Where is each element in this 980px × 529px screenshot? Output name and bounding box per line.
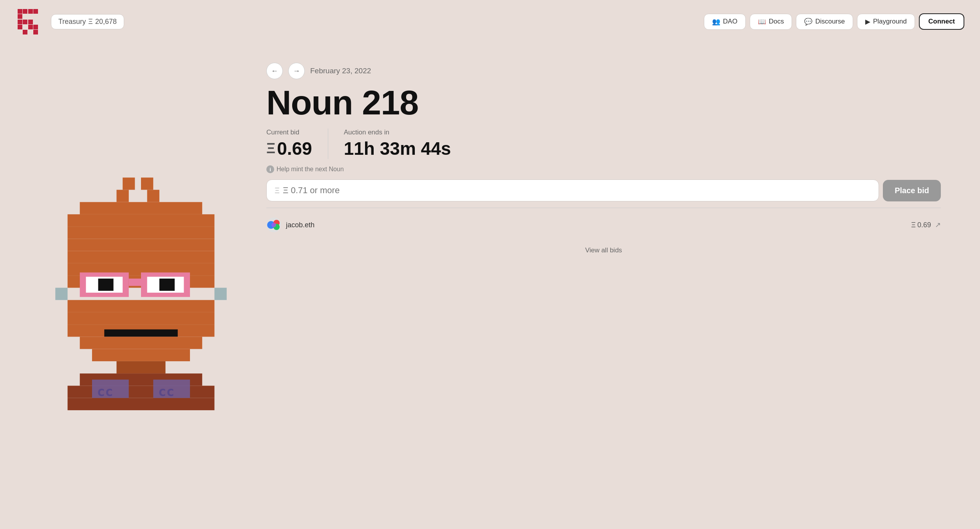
- svg-rect-1: [23, 9, 27, 14]
- treasury-value: 20,678: [95, 18, 117, 26]
- docs-nav-button[interactable]: 📖 Docs: [750, 14, 792, 30]
- left-arrow-icon: ←: [271, 67, 278, 75]
- prev-noun-button[interactable]: ←: [266, 63, 283, 79]
- svg-rect-7: [28, 20, 33, 24]
- people-icon: 👥: [712, 18, 720, 26]
- auction-area: ← → February 23, 2022 Noun 218 Current b…: [251, 55, 956, 262]
- svg-rect-12: [33, 30, 38, 34]
- svg-rect-11: [23, 30, 27, 34]
- svg-rect-13: [123, 178, 135, 190]
- discourse-nav-button[interactable]: 💬 Discourse: [796, 14, 853, 30]
- bid-history: jacob.eth Ξ 0.69 ↗: [266, 208, 941, 236]
- place-bid-button[interactable]: Place bid: [883, 180, 941, 201]
- svg-rect-10: [33, 25, 38, 29]
- view-all-bids-link[interactable]: View all bids: [266, 246, 941, 254]
- svg-rect-29: [159, 279, 175, 291]
- book-icon: 📖: [758, 18, 766, 26]
- svg-rect-8: [18, 25, 22, 29]
- bidder-amount-value: 0.69: [917, 221, 931, 229]
- play-icon: ▶: [865, 18, 870, 26]
- svg-rect-39: [117, 361, 166, 373]
- bid-input-eth-symbol: Ξ: [275, 186, 280, 195]
- treasury-eth-symbol: Ξ: [88, 18, 93, 26]
- bidder-eth-symbol: Ξ: [911, 221, 916, 229]
- auction-date: February 23, 2022: [310, 67, 371, 75]
- svg-rect-15: [117, 190, 129, 202]
- bid-amount-row: Ξ 0.69 ↗: [911, 221, 941, 229]
- current-bid-value: Ξ 0.69: [266, 138, 312, 159]
- svg-rect-18: [68, 214, 215, 226]
- svg-text:cc: cc: [158, 384, 174, 399]
- chat-icon: 💬: [804, 18, 812, 26]
- bid-input-row: Ξ Place bid: [266, 179, 941, 201]
- character-area: cc cc: [31, 55, 251, 529]
- timer-value: 11h 33m 44s: [344, 138, 941, 159]
- svg-rect-38: [92, 349, 190, 361]
- bidder-bid-amount: Ξ 0.69: [911, 221, 931, 229]
- right-arrow-icon: →: [293, 67, 300, 75]
- svg-rect-16: [147, 190, 159, 202]
- header-left: Treasury Ξ 20,678: [16, 7, 124, 36]
- svg-rect-17: [80, 202, 203, 214]
- svg-rect-28: [98, 279, 114, 291]
- svg-text:cc: cc: [97, 384, 113, 399]
- svg-rect-4: [33, 9, 38, 14]
- avatar: [266, 217, 281, 232]
- svg-rect-6: [23, 20, 27, 24]
- current-bid-section: Current bid Ξ 0.69: [266, 129, 328, 159]
- svg-rect-31: [68, 300, 215, 312]
- external-link-icon[interactable]: ↗: [935, 221, 941, 229]
- svg-rect-33: [215, 288, 227, 300]
- eth-icon: Ξ: [266, 140, 275, 157]
- playground-nav-button[interactable]: ▶ Playground: [857, 14, 915, 30]
- svg-rect-30: [129, 279, 141, 286]
- svg-rect-2: [18, 14, 22, 19]
- treasury-label: Treasury: [58, 18, 86, 26]
- date-nav-row: ← → February 23, 2022: [266, 63, 941, 79]
- svg-rect-46: [68, 398, 215, 410]
- bid-info-row: Current bid Ξ 0.69 Auction ends in 11h 3…: [266, 129, 941, 159]
- svg-rect-21: [68, 251, 215, 263]
- bid-amount: 0.69: [277, 138, 312, 159]
- timer-section: Auction ends in 11h 33m 44s: [328, 129, 941, 159]
- svg-rect-36: [104, 330, 178, 337]
- current-bid-label: Current bid: [266, 129, 312, 136]
- help-text: Help mint the next Noun: [277, 166, 344, 173]
- dao-nav-button[interactable]: 👥 DAO: [704, 14, 746, 30]
- svg-rect-19: [68, 226, 215, 239]
- svg-rect-9: [28, 25, 33, 29]
- connect-button[interactable]: Connect: [919, 13, 964, 30]
- main-content: cc cc ← → February 23, 2022 Noun 218 Cur…: [0, 43, 980, 529]
- svg-rect-41: [68, 386, 215, 398]
- bid-input[interactable]: [283, 185, 871, 196]
- header-nav: 👥 DAO 📖 Docs 💬 Discourse ▶ Playground Co…: [704, 13, 964, 30]
- discourse-nav-label: Discourse: [815, 18, 845, 25]
- bidder-name: jacob.eth: [286, 221, 315, 229]
- logo[interactable]: [16, 7, 43, 36]
- info-icon: i: [266, 165, 274, 173]
- next-noun-button[interactable]: →: [288, 63, 305, 79]
- svg-point-51: [271, 223, 276, 227]
- playground-nav-label: Playground: [873, 18, 907, 25]
- svg-rect-34: [68, 312, 215, 324]
- header: Treasury Ξ 20,678 👥 DAO 📖 Docs 💬 Discour…: [0, 0, 980, 43]
- svg-rect-14: [141, 178, 153, 190]
- treasury-badge: Treasury Ξ 20,678: [51, 14, 124, 29]
- table-row: jacob.eth Ξ 0.69 ↗: [266, 214, 941, 236]
- svg-rect-32: [55, 288, 67, 300]
- bidder-info: jacob.eth: [266, 217, 315, 232]
- auction-ends-label: Auction ends in: [344, 129, 941, 136]
- svg-rect-0: [18, 9, 22, 14]
- svg-rect-37: [80, 337, 203, 349]
- docs-nav-label: Docs: [769, 18, 784, 25]
- noun-title: Noun 218: [266, 85, 941, 120]
- noun-character-art: cc cc: [43, 176, 239, 411]
- svg-rect-5: [18, 20, 22, 24]
- svg-rect-20: [68, 239, 215, 251]
- dao-nav-label: DAO: [723, 18, 738, 25]
- bid-input-wrap[interactable]: Ξ: [266, 179, 879, 201]
- help-text-row: i Help mint the next Noun: [266, 165, 941, 173]
- svg-rect-3: [28, 9, 33, 14]
